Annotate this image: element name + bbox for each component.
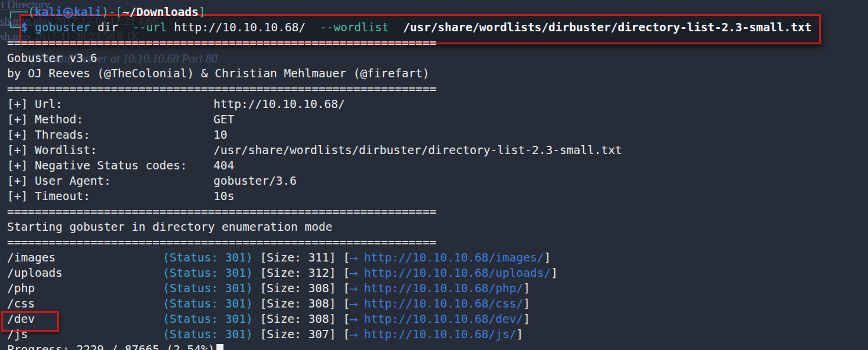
redirect-open-bracket: [ (343, 251, 350, 264)
config-row: [+] Negative Status codes:404 (7, 158, 868, 174)
command-line[interactable]: └─$gobusterdir--urlhttp://10.10.10.68/--… (7, 20, 868, 35)
config-row: [+] User Agent:gobuster/3.6 (7, 174, 868, 189)
result-status: (Status: 301) (163, 251, 253, 264)
config-label: [+] Negative Status codes: (7, 158, 213, 174)
config-label: [+] User Agent: (7, 174, 213, 189)
redirect-arrow-icon: ⟶ (350, 312, 357, 326)
redirect-url[interactable]: http://10.10.10.68/js/ (364, 328, 516, 341)
redirect-arrow-icon: ⟶ (350, 282, 357, 295)
redirect-arrow-icon: ⟶ (350, 251, 357, 264)
redirect-close-bracket: ] (523, 312, 530, 326)
separator-line: ========================================… (7, 81, 868, 97)
terminal-cursor (216, 344, 223, 350)
redirect-open-bracket: [ (343, 297, 350, 310)
prompt-user-host: kali㉿kali (35, 5, 101, 19)
result-size: [Size: 308] (260, 312, 336, 326)
result-status: (Status: 301) (163, 328, 253, 341)
starting-message: Starting gobuster in directory enumerati… (7, 220, 868, 235)
redirect-close-bracket: ] (523, 297, 530, 310)
result-size: [Size: 311] (260, 251, 336, 264)
config-value: 10s (213, 189, 234, 203)
separator-line: ========================================… (7, 235, 868, 250)
config-value: GET (213, 113, 234, 126)
command-wordlist-value: /usr/share/wordlists/dirbuster/directory… (403, 21, 812, 34)
result-path: /dev (7, 312, 163, 327)
prompt-frame: )-[ (101, 5, 122, 19)
config-row: [+] Threads:10 (7, 127, 868, 143)
prompt-symbol: $ (21, 21, 28, 34)
config-label: [+] Timeout: (7, 189, 213, 204)
redirect-arrow-icon: ⟶ (350, 328, 357, 341)
result-size: [Size: 312] (260, 266, 336, 280)
command-flag-url: --url (132, 21, 167, 34)
result-row: /images(Status: 301)[Size: 311][⟶http://… (7, 250, 868, 266)
result-size: [Size: 307] (260, 328, 336, 341)
redirect-arrow-icon: ⟶ (350, 266, 357, 280)
redirect-url[interactable]: http://10.10.10.68/css/ (364, 297, 523, 310)
result-path: /js (7, 327, 163, 342)
config-row: [+] Timeout:10s (7, 189, 868, 204)
terminal-window[interactable]: t Directory sh.min.php2017-12-04 12:21 4… (0, 0, 868, 350)
redirect-arrow-icon: ⟶ (350, 297, 357, 310)
config-row: [+] Url:http://10.10.10.68/ (7, 97, 868, 112)
results-section: /images(Status: 301)[Size: 311][⟶http://… (7, 250, 868, 342)
config-row: [+] Wordlist:/usr/share/wordlists/dirbus… (7, 143, 868, 158)
prompt-frame: ] (199, 5, 206, 19)
config-label: [+] Wordlist: (7, 143, 213, 158)
separator-line: ========================================… (7, 204, 868, 220)
prompt-line: ┌──(kali㉿kali)-[~/Downloads] (7, 5, 868, 20)
config-label: [+] Method: (7, 112, 213, 127)
config-row: [+] Method:GET (7, 112, 868, 127)
result-status: (Status: 301) (163, 266, 253, 280)
result-row: /css(Status: 301)[Size: 308][⟶http://10.… (7, 296, 868, 312)
prompt-frame: └─ (7, 21, 21, 34)
result-row: /php(Status: 301)[Size: 308][⟶http://10.… (7, 281, 868, 296)
redirect-url[interactable]: http://10.10.10.68/dev/ (364, 312, 523, 326)
redirect-url[interactable]: http://10.10.10.68/images/ (364, 251, 544, 264)
result-path: /php (7, 281, 163, 296)
redirect-open-bracket: [ (343, 312, 350, 326)
redirect-open-bracket: [ (343, 328, 350, 341)
result-row: /js(Status: 301)[Size: 307][⟶http://10.1… (7, 327, 868, 342)
command-flag-wordlist: --wordlist (320, 21, 389, 34)
redirect-open-bracket: [ (343, 282, 350, 295)
result-row: /dev(Status: 301)[Size: 308][⟶http://10.… (7, 312, 868, 327)
redirect-url[interactable]: http://10.10.10.68/php/ (364, 282, 523, 295)
config-value: 404 (213, 159, 234, 172)
result-size: [Size: 308] (260, 282, 336, 295)
redirect-url[interactable]: http://10.10.10.68/uploads/ (364, 266, 551, 280)
gobuster-version: Gobuster v3.6 (7, 51, 868, 66)
command-url-value: http://10.10.10.68/ (174, 21, 305, 34)
config-label: [+] Threads: (7, 127, 213, 143)
result-path: /css (7, 296, 163, 312)
redirect-open-bracket: [ (343, 266, 350, 280)
config-value: http://10.10.10.68/ (213, 97, 345, 111)
prompt-cwd: ~/Downloads (123, 5, 199, 19)
command-mode: dir (97, 21, 118, 34)
config-value: gobuster/3.6 (213, 174, 297, 188)
result-status: (Status: 301) (163, 282, 253, 295)
result-size: [Size: 308] (260, 297, 336, 310)
separator-line: ========================================… (7, 35, 868, 51)
config-value: 10 (213, 128, 227, 142)
command-program: gobuster (35, 21, 90, 34)
result-row: /uploads(Status: 301)[Size: 312][⟶http:/… (7, 266, 868, 281)
redirect-close-bracket: ] (517, 328, 524, 341)
config-label: [+] Url: (7, 97, 213, 112)
redirect-close-bracket: ] (544, 251, 551, 264)
terminal-output: ┌──(kali㉿kali)-[~/Downloads] └─$gobuster… (7, 5, 868, 350)
result-path: /uploads (7, 266, 163, 281)
prompt-frame: ┌──( (7, 5, 35, 19)
redirect-close-bracket: ] (551, 266, 558, 280)
redirect-close-bracket: ] (523, 282, 530, 295)
result-status: (Status: 301) (163, 312, 253, 326)
config-section: [+] Url:http://10.10.10.68/ [+] Method:G… (7, 97, 868, 204)
result-path: /images (7, 250, 163, 266)
progress-line: Progress: 2229 / 87665 (2.54%) (7, 342, 868, 350)
result-status: (Status: 301) (163, 297, 253, 310)
config-value: /usr/share/wordlists/dirbuster/directory… (213, 143, 622, 157)
gobuster-byline: by OJ Reeves (@TheColonial) & Christian … (7, 66, 868, 81)
